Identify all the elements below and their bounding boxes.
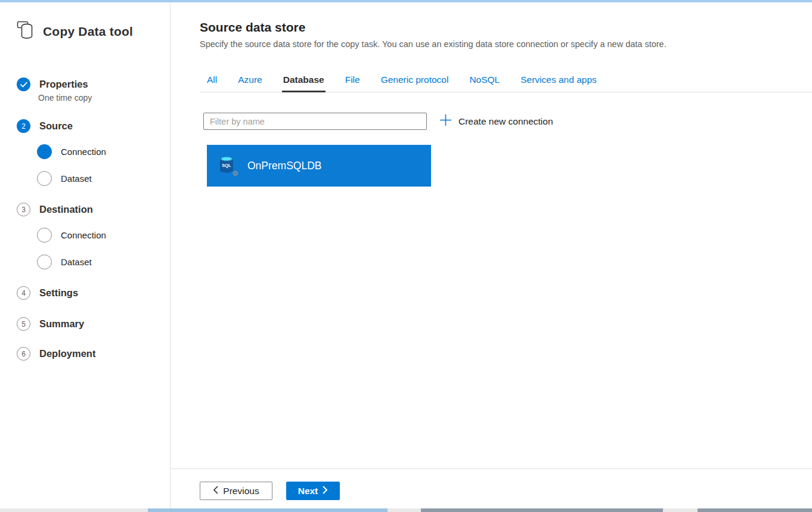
page-title: Source data store <box>200 20 305 35</box>
page-subtitle: Specify the source data store for the co… <box>200 39 667 49</box>
step-label: Properties <box>39 79 88 90</box>
step-number-badge: 3 <box>17 203 30 216</box>
tab-nosql[interactable]: NoSQL <box>468 73 501 92</box>
svg-text:SQL: SQL <box>222 163 231 168</box>
tab-services-and-apps[interactable]: Services and apps <box>519 73 598 92</box>
next-button-label: Next <box>298 486 318 497</box>
sidebar-step-settings[interactable]: 4 Settings <box>17 286 78 300</box>
sidebar-substep-source-dataset[interactable]: Dataset <box>37 171 92 186</box>
data-store-category-tabs: All Azure Database File Generic protocol… <box>200 73 812 92</box>
step-label: Settings <box>39 287 78 299</box>
footer-divider <box>171 468 812 469</box>
substep-label: Connection <box>61 147 106 157</box>
bottom-edge-segment <box>148 508 388 512</box>
wizard-sidebar: Copy Data tool Properties One time copy … <box>0 2 170 508</box>
sidebar-substep-source-connection[interactable]: Connection <box>37 144 106 159</box>
sidebar-step-destination[interactable]: 3 Destination <box>17 203 93 216</box>
substep-label: Dataset <box>61 257 92 267</box>
step-number-badge: 4 <box>17 286 30 300</box>
sidebar-step-deployment[interactable]: 6 Deployment <box>17 347 95 361</box>
tab-azure[interactable]: Azure <box>237 73 264 92</box>
bottom-edge-segment <box>698 508 812 512</box>
copy-data-tool-icon <box>16 20 35 43</box>
sidebar-substep-destination-connection[interactable]: Connection <box>37 228 106 243</box>
tab-file[interactable]: File <box>344 73 361 92</box>
step-label: Destination <box>39 204 93 215</box>
sidebar-divider <box>170 2 171 508</box>
next-button[interactable]: Next <box>286 482 340 500</box>
pending-substep-dot <box>37 171 52 186</box>
previous-button-label: Previous <box>223 486 259 497</box>
step-number-badge: 5 <box>17 317 30 331</box>
connection-name: OnPremSQLDB <box>247 160 321 172</box>
current-substep-dot <box>37 144 52 159</box>
copy-data-tool-window: Copy Data tool Properties One time copy … <box>0 0 812 512</box>
substep-label: Dataset <box>61 173 92 184</box>
sidebar-substep-destination-dataset[interactable]: Dataset <box>37 255 92 269</box>
gear-icon: ⚙ <box>232 170 238 177</box>
step-label: Summary <box>39 318 84 330</box>
sidebar-step-properties[interactable]: Properties <box>17 77 88 91</box>
step-label: Deployment <box>39 348 95 359</box>
step-number-badge: 2 <box>17 119 30 133</box>
chevron-left-icon <box>213 486 218 497</box>
create-new-connection-label: Create new connection <box>458 116 553 127</box>
previous-button[interactable]: Previous <box>200 482 272 500</box>
plus-icon <box>439 114 452 129</box>
tab-generic-protocol[interactable]: Generic protocol <box>380 73 450 92</box>
app-title: Copy Data tool <box>16 20 133 43</box>
pending-substep-dot <box>37 255 52 269</box>
pending-substep-dot <box>37 228 52 243</box>
filter-by-name-input[interactable] <box>203 113 427 130</box>
app-title-label: Copy Data tool <box>43 24 133 39</box>
window-bottom-edge <box>0 508 812 512</box>
sidebar-step-summary[interactable]: 5 Summary <box>17 317 84 331</box>
tab-all[interactable]: All <box>206 73 218 92</box>
tab-database[interactable]: Database <box>282 73 326 92</box>
create-new-connection-button[interactable]: Create new connection <box>439 114 553 129</box>
step-number-badge: 6 <box>17 347 30 361</box>
bottom-edge-segment <box>421 508 663 512</box>
step-properties-subtitle: One time copy <box>38 93 92 103</box>
check-icon <box>17 77 30 91</box>
sql-database-icon: SQL ⚙ <box>218 156 236 176</box>
step-label: Source <box>39 120 73 132</box>
connection-tile-onpremsqldb[interactable]: SQL ⚙ OnPremSQLDB <box>207 145 431 187</box>
sidebar-step-source[interactable]: 2 Source <box>17 119 73 133</box>
chevron-right-icon <box>323 486 328 497</box>
substep-label: Connection <box>61 230 106 240</box>
